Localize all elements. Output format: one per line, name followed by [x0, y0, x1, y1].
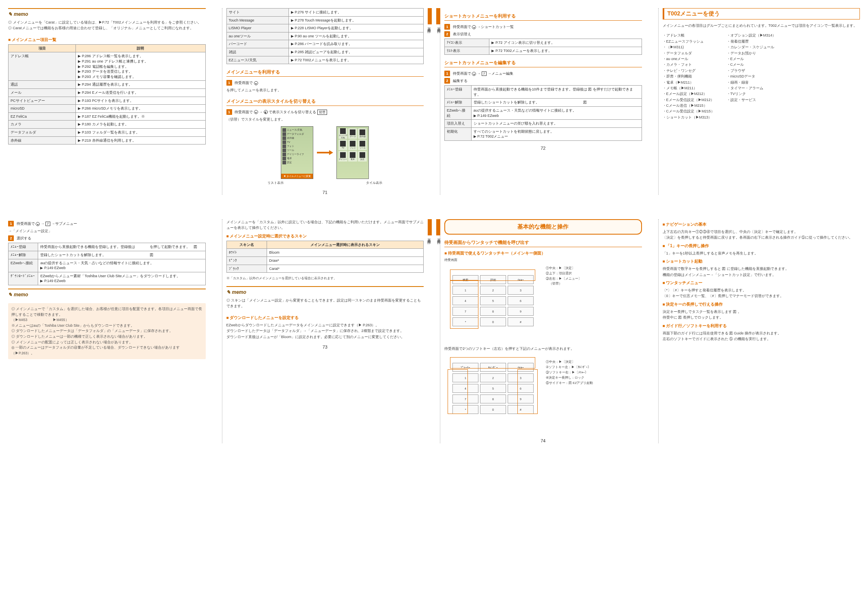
key-2: 2: [480, 373, 506, 382]
nav-basic-hd: ナビゲーションの基本: [663, 222, 860, 227]
memo-text: ◎ スキンは「メインメニュー設定」から変更することもできます。設定は同一スキンの…: [226, 297, 424, 309]
t002-intro: メインメニューの各項目はグループごとにまとめられています。T002メニューでは項…: [663, 23, 860, 28]
key-8: 8: [480, 307, 506, 316]
caption-list: リスト表示: [267, 181, 284, 185]
key-ﾒﾆｭｰ: ﾒﾆｭｰ: [508, 363, 534, 372]
intro-text: メインメニューを「カスタム」以外に設定している場合は、下記の機能をご利用いただけ…: [226, 219, 424, 231]
titlebar: ◀ タイルメニューに変更: [281, 174, 313, 179]
key-2: 2: [480, 286, 506, 295]
t002-heading: T002メニューを使う: [663, 8, 860, 19]
step-number: 1: [226, 80, 232, 86]
menu-item-table: 項目 説明 アドレス帳▶ P.286 アドレス帳一覧を表示します。 ▶ P.29…: [8, 44, 206, 144]
step-number: 1: [444, 24, 450, 30]
menu-item-table-cont: サイト▶ P.276 サイトに接続します。 Touch Message▶ P.2…: [226, 8, 424, 64]
page74-right: ナビゲーションの基本 上下左右の方向キー①②③④で項目を選択し、中央の〔決定〕キ…: [658, 219, 864, 443]
thumb-tab: [428, 8, 432, 24]
key-1: 1: [452, 373, 478, 382]
page74-left: 基本操作 基本的な機能と操作 待受画面からワンタッチで機能を呼び出す 待受画面で…: [440, 219, 646, 443]
key-1: 1: [452, 286, 478, 295]
kp-label: 待受画面: [444, 258, 542, 262]
edit-table: ﾒﾆｭｰ登録待受画面から直接起動できる機能を10件まで登録できます。登録後は 図…: [444, 85, 642, 141]
keys-heading: 待受画面で使えるワンタッチキー（メインキー側面）: [444, 250, 642, 256]
t002-col-left: ・アドレス帳 ・EZニュースフラッシュ ・（▶M311) ・データフォルダ ・a…: [663, 32, 715, 120]
step-number: 1: [8, 221, 14, 226]
key-ﾒﾆｭｰ: ﾒﾆｭｰ: [508, 275, 534, 284]
key-3: 3: [508, 286, 534, 295]
key-0: 0: [480, 317, 506, 326]
footnote: ※「カスタム」以外のメインメニューを選択している場合に表示されます。: [226, 276, 424, 281]
chapter-heading: 基本的な機能と操作: [444, 219, 642, 235]
side-label: 基本操作: [436, 235, 442, 239]
onetouch-hd: ワンタッチメニュー: [663, 280, 860, 286]
thumb-tab: [436, 219, 440, 235]
side-label: 基本操作: [436, 24, 442, 28]
tile-style-screenshot: ニュース/天気 データ 赤外線 TV フォト ツール デイリー 電卓 設定: [336, 126, 369, 179]
style-switch-table: ｱｲｺﾝ表示▶ P.72 アイコン表示に切り替えます。 ﾘｽﾄ表示 ▶ P.72…: [444, 39, 642, 55]
key-7: 7: [452, 307, 478, 316]
caption-tile: タイル表示: [366, 181, 382, 185]
key-#: #: [508, 317, 534, 326]
memo-box-73a: memo: [8, 289, 206, 297]
key-0: 0: [480, 405, 506, 414]
dl-menu-text: EZwebからダウンロードしたメニューデータをメインメニューに設定できます（▶ …: [226, 322, 424, 340]
key-7: 7: [452, 394, 478, 403]
page-number: 73: [226, 345, 424, 349]
thumb-tab: [436, 8, 440, 24]
page-number: 71: [226, 190, 424, 195]
kp-caption-1: ①中央：▶〔決定〕 ②上下：項目選択 ③左右：▶〔メニュー〕 （切替）: [546, 266, 582, 287]
app-key-icon: ｱ: [482, 71, 487, 76]
key-5: 5: [480, 296, 506, 305]
key-*: *: [452, 405, 478, 414]
dpad-key-icon: ◐: [264, 110, 268, 114]
memo-label: memo: [226, 289, 424, 295]
page72-right: T002メニューを使う メインメニューの各項目はグループごとにまとめられています…: [658, 8, 864, 195]
screenshot-row: ニュース/天気 データフォルダ 赤外線 TV フォト ツール デイリーライフ 電…: [226, 126, 424, 179]
table-title: メインメニュー項目一覧: [8, 37, 206, 43]
side-label: 基本操作: [426, 235, 432, 239]
heading-use-menu: メインメニューを利用する: [226, 69, 424, 77]
step-number: 1: [226, 109, 232, 115]
arrow-right-icon: [317, 150, 333, 155]
step-number: 2: [444, 78, 450, 84]
key-9: 9: [508, 394, 534, 403]
key-6: 6: [508, 296, 534, 305]
kp-caption-2: ①中央：▶〔決定〕 ②ソフトキー左：▶〔ｶﾚﾝﾀﾞｰ〕 ③ソフトキー右：▶〔ﾒﾆ…: [546, 360, 593, 386]
center-key-icon: ●: [36, 222, 40, 226]
heading-switch-style: メインメニューの表示スタイルを切り替える: [226, 98, 424, 106]
step-number: 1: [444, 71, 450, 76]
step-1: 1 待受画面で ●: [226, 80, 424, 86]
center-key-icon: ●: [472, 25, 476, 29]
key-3: 3: [508, 373, 534, 382]
key-9: 9: [508, 307, 534, 316]
key1-hd: 「1」キーの長押し操作: [663, 243, 860, 249]
page71-left: memo ◎ メインメニューを「Carat」に設定している場合は、▶P.72「T…: [4, 8, 210, 195]
key-6: 6: [508, 384, 534, 393]
key-検索: 検索: [452, 275, 478, 284]
keypad-diagram-2: ﾌﾟﾚｰﾔｰｶﾚﾝﾀﾞｰﾒﾆｭｰ123456789*0#: [444, 351, 542, 425]
th-item: 項目: [9, 44, 76, 52]
heading-shortcut-use: ショートカットメニューを利用する: [444, 13, 642, 21]
skin-table: スキン名 メインメニュー選択時に表示されるスキン ﾎﾜｲﾄBloom ﾋﾟﾝｸ …: [226, 241, 424, 273]
center-key-icon: ●: [472, 72, 476, 76]
app-key-icon: ｱ: [45, 222, 50, 226]
step-number: 2: [444, 31, 450, 37]
page-number: 72: [444, 146, 642, 151]
memo-box-73b: memo ◎ スキンは「メインメニュー設定」から変更することもできます。設定は同…: [226, 286, 424, 309]
page-number: 74: [444, 438, 642, 443]
memo-label: memo: [8, 292, 206, 297]
list-style-screenshot: ニュース/天気 データフォルダ 赤外線 TV フォト ツール デイリーライフ 電…: [281, 126, 313, 179]
memo-text: ◎ メインメニューを「Carat」に設定している場合は、▶P.72「T002メイ…: [8, 19, 206, 31]
key-ﾌﾟﾚｰﾔｰ: ﾌﾟﾚｰﾔｰ: [452, 363, 478, 372]
center-key-icon: ●: [254, 110, 258, 114]
page71-right: サイト▶ P.276 サイトに接続します。 Touch Message▶ P.2…: [222, 8, 428, 195]
dl-menu-heading: ダウンロードしたメニューを設定する: [226, 315, 424, 321]
center-key-icon: ●: [254, 81, 258, 85]
thumb-tab: [428, 219, 432, 235]
onetouch-heading: 待受画面からワンタッチで機能を呼び出す: [444, 239, 642, 247]
keypad-diagram-1: 検索詳細ﾒﾆｭｰ123456789*0#: [444, 264, 542, 338]
step-number: 2: [8, 235, 14, 241]
note-two-softkeys: 待受画面で2つのソフトキー（左右）を押すと下記のメニューが表示されます。: [444, 346, 642, 351]
page73-right: メインメニューを「カスタム」以外に設定している場合は、下記の機能をご利用いただけ…: [222, 219, 428, 443]
key-5: 5: [480, 384, 506, 393]
guideline-hd: ガイド行／ソフトキーを利用する: [663, 323, 860, 329]
